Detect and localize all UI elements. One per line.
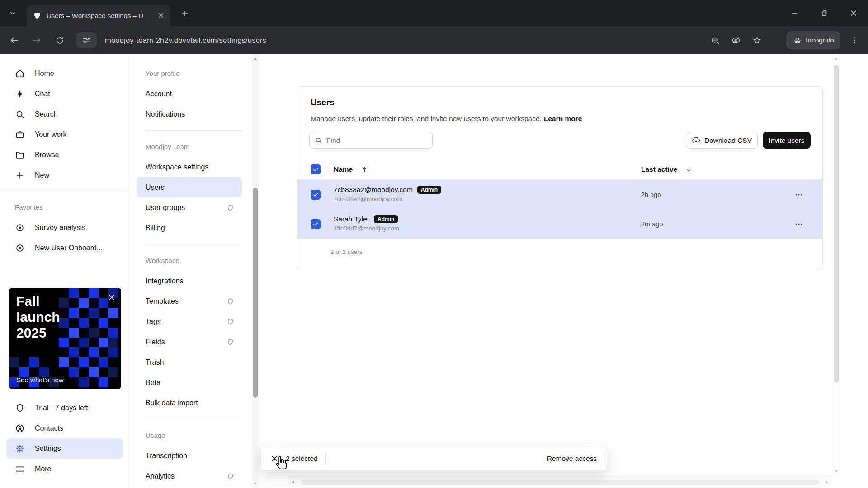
section-label: Moodjoy Team <box>146 143 189 150</box>
banner-cta-link[interactable]: See what's new <box>16 376 64 384</box>
user-name-block: Sarah TylerAdmin 1ffe09d7@moodjoy.com <box>334 215 399 232</box>
reload-icon <box>55 36 65 45</box>
favorite-item-new-user-onboarding[interactable]: New User Onboard... <box>0 238 129 258</box>
table-row[interactable]: Sarah TylerAdmin 1ffe09d7@moodjoy.com 2m… <box>297 209 822 239</box>
settings-nav-beta[interactable]: Beta <box>131 372 252 393</box>
bookmark-button[interactable] <box>747 31 766 50</box>
scrollbar-thumb[interactable] <box>834 65 839 382</box>
find-input[interactable] <box>326 136 427 145</box>
zoom-button[interactable] <box>706 31 725 50</box>
kebab-menu-icon <box>850 36 859 45</box>
select-all-checkbox[interactable] <box>311 164 321 174</box>
scrollbar-thumb[interactable] <box>301 480 819 485</box>
sidebar-item-settings[interactable]: Settings <box>6 438 123 459</box>
sidebar-item-trial[interactable]: Trial · 7 days left <box>0 398 129 418</box>
new-tab-button[interactable] <box>178 7 192 20</box>
sort-ascending-icon[interactable] <box>361 165 368 173</box>
settings-nav-account[interactable]: Account <box>131 84 252 104</box>
settings-nav-users[interactable]: Users <box>137 177 242 197</box>
invite-users-button[interactable]: Invite users <box>763 132 811 149</box>
search-icon <box>315 136 322 144</box>
settings-nav-trash[interactable]: Trash <box>131 352 252 372</box>
settings-nav-tags[interactable]: Tags <box>131 311 252 332</box>
sidebar-item-label: Settings <box>35 445 61 453</box>
eye-off-icon <box>731 35 741 45</box>
page-scrollbar[interactable] <box>832 54 840 476</box>
maximize-button[interactable] <box>809 0 839 26</box>
browser-tab[interactable]: Users – Workspace settings – D <box>27 5 170 26</box>
reload-button[interactable] <box>50 31 69 50</box>
learn-more-link[interactable]: Learn more <box>544 115 582 122</box>
row-menu-button[interactable] <box>793 188 805 201</box>
nav-item-label: User groups <box>146 204 185 212</box>
sidebar-item-new[interactable]: New <box>0 165 129 185</box>
scroll-up-arrow[interactable] <box>252 55 259 62</box>
site-info-button[interactable] <box>76 32 97 48</box>
sidebar-item-chat[interactable]: Chat <box>0 84 129 104</box>
sort-descending-icon[interactable] <box>685 165 693 173</box>
table-row[interactable]: 7cb838a2@moodjoy.comAdmin 7cb838a2@moodj… <box>297 180 822 209</box>
url-text: moodjoy-team-2h2v.dovetail.com/settings/… <box>105 36 266 45</box>
settings-section-moodjoy-team: Moodjoy Team <box>131 136 252 157</box>
sidebar-item-search[interactable]: Search <box>0 104 129 124</box>
settings-nav-notifications[interactable]: Notifications <box>131 104 252 124</box>
settings-nav-templates[interactable]: Templates <box>131 291 252 311</box>
sidebar-item-your-work[interactable]: Your work <box>0 124 129 145</box>
scroll-up-arrow[interactable] <box>832 55 840 62</box>
settings-section-your-profile: Your profile <box>131 63 252 84</box>
row-checkbox[interactable] <box>311 190 321 200</box>
settings-nav-user-groups[interactable]: User groups <box>131 197 252 218</box>
column-header-last-active[interactable]: Last active <box>641 165 677 174</box>
remove-access-button[interactable]: Remove access <box>547 455 597 463</box>
page-description: Manage users, update their roles, and in… <box>311 115 582 123</box>
scroll-down-arrow[interactable] <box>832 468 840 475</box>
browser-menu-button[interactable] <box>845 31 864 50</box>
row-checkbox[interactable] <box>311 219 321 229</box>
address-bar[interactable]: moodjoy-team-2h2v.dovetail.com/settings/… <box>105 26 266 54</box>
settings-nav-fields[interactable]: Fields <box>131 332 252 352</box>
sidebar-item-label: Browse <box>35 151 59 159</box>
settings-nav-bulk-data-import[interactable]: Bulk data import <box>131 393 252 413</box>
visibility-off-button[interactable] <box>726 31 745 50</box>
upgrade-shield-icon <box>226 472 234 480</box>
sidebar-item-contacts[interactable]: Contacts <box>0 418 129 438</box>
find-search-box[interactable] <box>309 132 433 149</box>
settings-section-usage: Usage <box>131 425 252 446</box>
banner-close-icon[interactable] <box>108 293 116 301</box>
column-header-name[interactable]: Name <box>334 165 353 174</box>
user-email: 1ffe09d7@moodjoy.com <box>334 225 399 232</box>
row-menu-button[interactable] <box>793 218 805 230</box>
gear-icon <box>15 444 25 454</box>
settings-nav-workspace-settings[interactable]: Workspace settings <box>131 157 252 177</box>
scroll-right-arrow[interactable] <box>823 479 830 486</box>
download-csv-button[interactable]: Download CSV <box>686 132 758 149</box>
settings-nav-analytics[interactable]: Analytics <box>131 466 252 486</box>
settings-nav-scrollbar[interactable] <box>252 54 259 488</box>
incognito-badge: Incognito <box>786 31 840 49</box>
minimize-button[interactable] <box>780 0 809 26</box>
scroll-left-arrow[interactable] <box>290 479 297 486</box>
scroll-down-arrow[interactable] <box>252 480 259 487</box>
chevron-down-icon <box>9 9 17 17</box>
tab-close-icon[interactable] <box>157 11 165 19</box>
clear-selection-icon[interactable] <box>270 454 279 463</box>
back-button[interactable] <box>5 31 24 50</box>
role-badge: Admin <box>374 215 398 223</box>
sidebar-item-home[interactable]: Home <box>0 63 129 84</box>
nav-item-label: Bulk data import <box>146 399 198 407</box>
settings-nav-transcription[interactable]: Transcription <box>131 446 252 466</box>
sidebar-item-more[interactable]: More <box>0 459 129 479</box>
upgrade-shield-icon <box>226 204 234 211</box>
settings-nav-billing[interactable]: Billing <box>131 218 252 238</box>
settings-nav-integrations[interactable]: Integrations <box>131 271 252 291</box>
horizontal-scrollbar[interactable] <box>288 476 832 488</box>
window-close-button[interactable] <box>839 0 868 26</box>
favorite-item-survey-analysis[interactable]: Survey analysis <box>0 217 129 238</box>
folder-icon <box>15 150 25 160</box>
sidebar-item-browse[interactable]: Browse <box>0 145 129 165</box>
scrollbar-thumb[interactable] <box>253 188 258 398</box>
forward-button[interactable] <box>27 31 46 50</box>
promo-banner[interactable]: Fall launch 2025 See what's new <box>9 288 121 389</box>
tab-search-button[interactable] <box>5 6 20 20</box>
users-card: Users Manage users, update their roles, … <box>297 86 823 269</box>
